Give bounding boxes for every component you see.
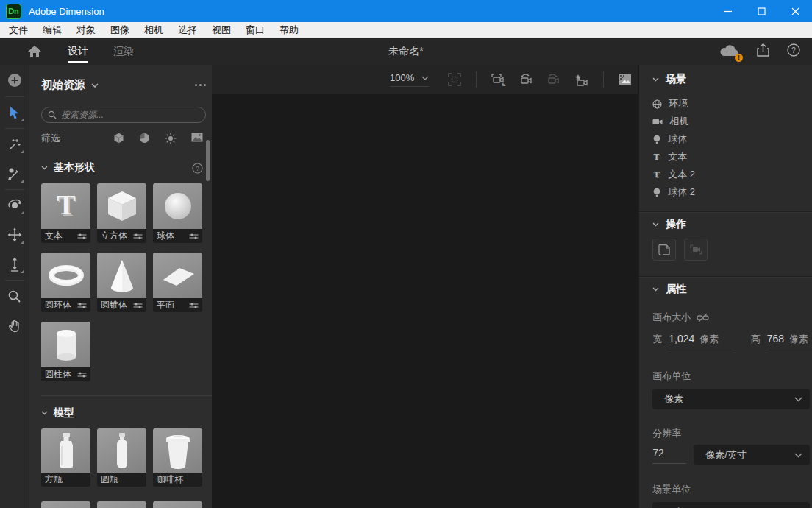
filter-images-icon[interactable] (191, 133, 203, 142)
asset-card-round-bottle[interactable]: 圆瓶 (97, 428, 146, 487)
orbit-tool[interactable] (0, 191, 29, 220)
chevron-down-icon[interactable] (91, 83, 99, 88)
menu-edit[interactable]: 编辑 (35, 22, 69, 38)
toolstrip-divider (5, 280, 24, 281)
asset-card-square-bottle[interactable]: 方瓶 (41, 428, 90, 487)
render-preview-button[interactable] (613, 74, 638, 86)
filter-lights-icon[interactable] (165, 133, 177, 144)
close-button[interactable] (778, 0, 812, 22)
hand-icon (8, 319, 21, 333)
assets-panel-title[interactable]: 初始资源 (41, 78, 85, 92)
move-tool[interactable] (0, 220, 29, 250)
square-bottle-thumbnail (41, 428, 90, 473)
cloud-sync-button[interactable]: ! (720, 44, 739, 60)
match-image-icon (690, 244, 702, 255)
asset-card-cone[interactable]: 圆锥体 (97, 253, 146, 312)
asset-options-icon[interactable] (133, 233, 143, 240)
home-button[interactable] (26, 46, 43, 57)
fit-canvas-button[interactable] (442, 73, 467, 86)
toolstrip-divider (5, 96, 24, 97)
viewport[interactable]: 100% ◣ (212, 65, 638, 508)
canvas-unit-select[interactable]: 像素 (652, 389, 810, 409)
maximize-button[interactable] (744, 0, 778, 22)
tab-design[interactable]: 设计 (68, 38, 88, 65)
menu-object[interactable]: 对象 (69, 22, 103, 38)
menu-file[interactable]: 文件 (1, 22, 35, 38)
chevron-down-icon (652, 222, 659, 227)
svg-text:?: ? (196, 164, 199, 172)
camera-bookmark-button[interactable]: ◣ (485, 74, 513, 86)
asset-options-icon[interactable] (77, 233, 87, 240)
filter-materials-icon[interactable] (139, 133, 150, 144)
asset-card-text[interactable]: TT 文本 (41, 183, 90, 243)
menu-view[interactable]: 视图 (204, 22, 238, 38)
canvas-size-icon (658, 244, 671, 255)
cone-thumbnail (97, 253, 146, 298)
canvas-width-field[interactable]: 1,024 像素 (669, 333, 733, 350)
asset-options-icon[interactable] (77, 302, 87, 309)
chevron-down-icon (794, 397, 802, 402)
magic-wand-tool[interactable] (0, 130, 29, 159)
asset-card-cube[interactable]: 立方体 (97, 183, 146, 243)
minimize-button[interactable] (710, 0, 744, 22)
models-header[interactable]: 模型 (41, 406, 206, 420)
actions-header[interactable]: 操作 (652, 218, 812, 231)
menu-select[interactable]: 选择 (171, 22, 204, 38)
app-bar: 设计 渲染 未命名* ! ? (0, 38, 812, 65)
sampler-tool[interactable] (0, 159, 29, 188)
menu-help[interactable]: 帮助 (272, 22, 306, 38)
properties-header[interactable]: 属性 (652, 283, 812, 296)
svg-text:◣: ◣ (502, 82, 506, 86)
asset-options-icon[interactable] (77, 371, 87, 378)
scene-item-environment[interactable]: 环境 (652, 95, 812, 113)
share-button[interactable] (757, 43, 769, 60)
asset-card-coffee-cup[interactable]: 咖啡杯 (153, 428, 202, 487)
resolution-unit-select[interactable]: 像素/英寸 (694, 445, 810, 465)
asset-card-cylinder[interactable]: 圆柱体 (41, 322, 90, 381)
camera-bookmark-star-button[interactable] (567, 74, 594, 86)
scene-item-text[interactable]: TT 文本 (652, 148, 812, 166)
resolution-value-field[interactable]: 72 (652, 447, 686, 464)
asset-options-icon[interactable] (189, 233, 199, 240)
add-content-button[interactable] (0, 65, 29, 96)
camera-redo-button[interactable] (540, 74, 567, 86)
camera-undo-button[interactable] (513, 74, 540, 86)
help-button[interactable]: ? (787, 43, 800, 60)
asset-card-plane[interactable]: 平面 (153, 253, 202, 312)
scene-unit-select[interactable]: 厘米 (652, 502, 810, 508)
search-input[interactable] (61, 110, 193, 120)
select-tool[interactable] (0, 98, 29, 127)
canvas-height-field[interactable]: 768 像素 (767, 333, 812, 350)
text-shape-thumbnail: TT (41, 183, 90, 229)
match-camera-button[interactable] (684, 239, 708, 261)
chevron-down-icon[interactable] (421, 76, 429, 80)
scene-header[interactable]: 场景 (652, 73, 812, 86)
assets-more-button[interactable] (195, 84, 206, 86)
zoom-control[interactable]: 100% (390, 72, 429, 87)
shapes-help-icon[interactable]: ? (192, 163, 203, 174)
pan-tool[interactable] (0, 311, 29, 340)
menu-image[interactable]: 图像 (103, 22, 137, 38)
set-canvas-size-button[interactable] (652, 239, 676, 261)
asset-search-box[interactable] (41, 107, 206, 123)
tab-render[interactable]: 渲染 (113, 38, 134, 65)
basic-shapes-header[interactable]: 基本形状 ? (41, 161, 206, 174)
assets-scrollbar[interactable] (206, 140, 210, 181)
zoom-level[interactable]: 100% (390, 72, 414, 83)
unlink-icon[interactable] (697, 313, 709, 322)
scene-item-sphere-2[interactable]: 球体 2 (652, 183, 812, 201)
camera-redo-icon (546, 74, 561, 86)
scale-tool[interactable] (0, 250, 29, 279)
scene-item-text-2[interactable]: TT 文本 2 (652, 166, 812, 183)
asset-card-torus[interactable]: 圆环体 (41, 253, 90, 312)
scene-item-camera[interactable]: 相机 (652, 113, 812, 130)
asset-card-sphere[interactable]: 球体 (153, 183, 202, 243)
menu-window[interactable]: 窗口 (238, 22, 272, 38)
menu-camera[interactable]: 相机 (137, 22, 171, 38)
section-divider (41, 395, 212, 396)
zoom-tool[interactable] (0, 281, 29, 311)
filter-models-icon[interactable] (113, 133, 124, 144)
asset-options-icon[interactable] (133, 302, 143, 309)
asset-options-icon[interactable] (189, 302, 199, 309)
scene-item-sphere[interactable]: 球体 (652, 130, 812, 148)
